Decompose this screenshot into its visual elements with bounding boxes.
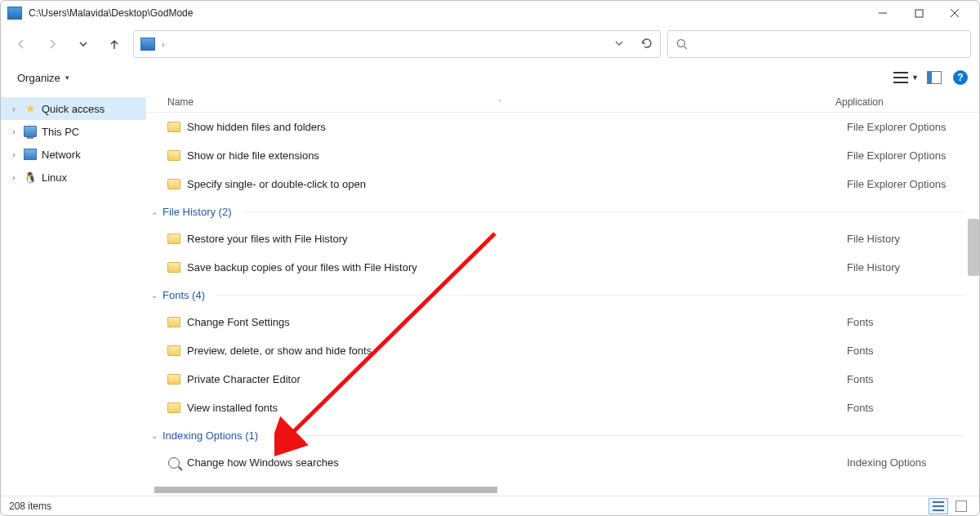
svg-point-5 xyxy=(678,40,685,47)
svg-line-6 xyxy=(684,47,687,49)
pc-icon xyxy=(24,125,37,138)
item-application: File History xyxy=(847,233,900,245)
group-header[interactable]: ⌄File History (2) xyxy=(146,198,979,225)
help-button[interactable]: ? xyxy=(953,70,968,85)
chevron-right-icon[interactable]: › xyxy=(162,39,165,49)
item-name: View installed fonts xyxy=(187,402,847,414)
chevron-down-icon: ⌄ xyxy=(151,207,158,216)
list-item[interactable]: Save backup copies of your files with Fi… xyxy=(146,253,979,282)
horizontal-scrollbar[interactable] xyxy=(154,484,964,496)
window-title: C:\Users\Malavida\Desktop\GodMode xyxy=(29,7,193,19)
list-item[interactable]: Specify single- or double-click to openF… xyxy=(146,170,979,198)
search-icon xyxy=(676,38,688,50)
item-application: File Explorer Options xyxy=(847,121,946,133)
body: › ★ Quick access › This PC › Network › 🐧… xyxy=(1,92,979,496)
list-icon xyxy=(893,72,908,83)
folder-icon xyxy=(167,374,180,385)
up-button[interactable] xyxy=(102,32,127,56)
search-icon xyxy=(167,457,180,469)
item-application: File Explorer Options xyxy=(847,149,946,162)
item-name: Show hidden files and folders xyxy=(187,121,847,133)
sidebar: › ★ Quick access › This PC › Network › 🐧… xyxy=(1,92,146,496)
search-box[interactable] xyxy=(667,30,971,58)
divider xyxy=(270,435,964,436)
refresh-button[interactable] xyxy=(640,37,653,52)
folder-icon xyxy=(167,317,180,328)
list-item[interactable]: Restore your files with File HistoryFile… xyxy=(146,225,979,253)
sidebar-item-label: Network xyxy=(42,149,81,161)
chevron-down-icon: ⌄ xyxy=(151,291,158,300)
chevron-down-icon: ▼ xyxy=(911,73,919,82)
folder-icon xyxy=(167,150,180,162)
status-bar: 208 items xyxy=(1,496,979,516)
preview-pane-button[interactable] xyxy=(927,71,942,84)
back-button[interactable] xyxy=(9,32,33,56)
scroll-thumb[interactable] xyxy=(968,219,979,276)
thumbnails-view-button[interactable] xyxy=(951,498,971,514)
item-name: Save backup copies of your files with Fi… xyxy=(187,261,847,274)
chevron-right-icon[interactable]: › xyxy=(9,150,19,159)
organize-button[interactable]: Organize ▾ xyxy=(12,69,74,87)
sidebar-item-label: Linux xyxy=(42,171,67,184)
folder-icon xyxy=(167,122,180,133)
folder-icon xyxy=(167,179,180,190)
item-name: Restore your files with File History xyxy=(187,233,847,245)
list-item[interactable]: Change how Windows searchesIndexing Opti… xyxy=(146,448,979,477)
sidebar-item-linux[interactable]: › 🐧 Linux xyxy=(1,166,146,189)
forward-button[interactable] xyxy=(40,32,65,56)
nav-row: › xyxy=(1,25,979,63)
sort-indicator-icon: ˆ xyxy=(498,99,501,107)
item-name: Change Font Settings xyxy=(187,316,847,328)
scroll-thumb[interactable] xyxy=(154,487,497,493)
item-application: Fonts xyxy=(847,373,874,385)
folder-icon xyxy=(167,345,180,357)
list-item[interactable]: Show or hide file extensionsFile Explore… xyxy=(146,141,979,170)
item-name: Specify single- or double-click to open xyxy=(187,178,847,190)
pane-icon xyxy=(927,71,942,84)
location-icon xyxy=(140,38,155,51)
details-view-button[interactable] xyxy=(929,498,948,514)
list-item[interactable]: Preview, delete, or show and hide fontsF… xyxy=(146,336,979,365)
sidebar-item-this-pc[interactable]: › This PC xyxy=(1,120,146,143)
maximize-button[interactable] xyxy=(901,1,937,25)
list-item[interactable]: View installed fontsFonts xyxy=(146,394,979,422)
list-item[interactable]: Private Character EditorFonts xyxy=(146,365,979,394)
column-name[interactable]: Name ˆ xyxy=(167,96,835,108)
network-icon xyxy=(24,148,37,161)
item-application: Indexing Options xyxy=(847,456,927,469)
minimize-button[interactable] xyxy=(865,1,901,25)
vertical-scrollbar[interactable] xyxy=(968,113,979,484)
group-label: Indexing Options (1) xyxy=(163,429,258,442)
chevron-right-icon[interactable]: › xyxy=(9,127,19,136)
group-header[interactable]: ⌄Indexing Options (1) xyxy=(146,422,979,448)
star-icon: ★ xyxy=(24,102,37,115)
linux-icon: 🐧 xyxy=(24,171,37,184)
item-application: Fonts xyxy=(847,402,874,414)
column-application[interactable]: Application xyxy=(835,96,979,108)
recent-dropdown[interactable] xyxy=(71,32,96,56)
address-dropdown[interactable] xyxy=(614,38,624,51)
close-button[interactable] xyxy=(937,1,973,25)
address-bar[interactable]: › xyxy=(133,30,661,58)
sidebar-item-quick-access[interactable]: › ★ Quick access xyxy=(1,97,146,120)
group-label: Fonts (4) xyxy=(163,289,205,301)
title-bar: C:\Users\Malavida\Desktop\GodMode xyxy=(1,1,979,25)
sidebar-item-network[interactable]: › Network xyxy=(1,143,146,166)
list-item[interactable]: Show hidden files and foldersFile Explor… xyxy=(146,113,979,141)
thumbnails-icon xyxy=(956,500,967,512)
folder-icon xyxy=(167,234,180,245)
svg-rect-1 xyxy=(915,10,923,17)
chevron-right-icon[interactable]: › xyxy=(9,105,19,113)
main-pane: Name ˆ Application Show hidden files and… xyxy=(146,92,979,496)
toolbar: Organize ▾ ▼ ? xyxy=(1,63,979,92)
group-header[interactable]: ⌄Internet Options (15) xyxy=(146,477,979,484)
chevron-down-icon: ⌄ xyxy=(151,431,158,440)
divider xyxy=(216,295,964,296)
folder-icon xyxy=(167,262,180,274)
group-header[interactable]: ⌄Fonts (4) xyxy=(146,282,979,308)
chevron-right-icon[interactable]: › xyxy=(9,173,19,182)
list-item[interactable]: Change Font SettingsFonts xyxy=(146,308,979,336)
details-icon xyxy=(933,501,944,511)
view-layout-button[interactable]: ▼ xyxy=(893,72,919,83)
item-application: File History xyxy=(847,261,900,274)
